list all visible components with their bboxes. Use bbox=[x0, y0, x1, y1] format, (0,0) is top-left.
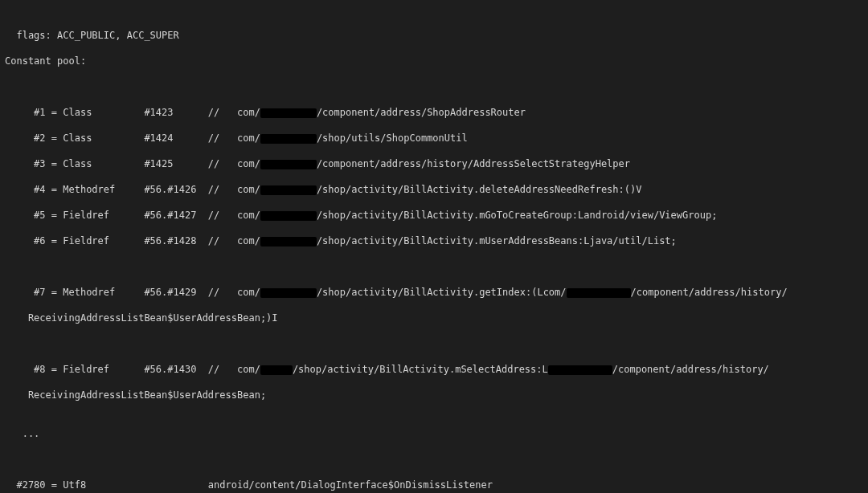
cp-row: #7=Methodref#56.#1429// com//shop/activi… bbox=[5, 286, 863, 299]
cp-row: #6=Fieldref#56.#1428// com//shop/activit… bbox=[5, 234, 863, 247]
cp-row: #2780=Utf8android/content/DialogInterfac… bbox=[5, 479, 863, 491]
redacted-text bbox=[260, 288, 317, 298]
cp-row: #1=Class#1423// com//component/address/S… bbox=[5, 106, 863, 119]
redacted-text bbox=[260, 237, 317, 246]
redacted-text bbox=[567, 288, 631, 298]
cp-row-wrap: ReceivingAddressListBean$UserAddressBean… bbox=[5, 312, 863, 324]
redacted-text bbox=[260, 365, 293, 375]
cp-row: #4=Methodref#56.#1426// com//shop/activi… bbox=[5, 183, 863, 196]
redacted-text bbox=[260, 211, 317, 221]
javap-output-viewport[interactable]: flags: ACC_PUBLIC, ACC_SUPER Constant po… bbox=[0, 0, 868, 493]
class-flags-line: flags: ACC_PUBLIC, ACC_SUPER bbox=[5, 29, 863, 42]
cp-ellipsis: ... bbox=[5, 427, 863, 440]
redacted-text bbox=[260, 160, 317, 169]
cp-row-wrap: ReceivingAddressListBean$UserAddressBean… bbox=[5, 389, 863, 401]
cp-row: #2=Class#1424// com//shop/utils/ShopComm… bbox=[5, 132, 863, 145]
cp-row: #3=Class#1425// com//component/address/h… bbox=[5, 157, 863, 170]
redacted-text bbox=[260, 108, 317, 118]
constant-pool-header: Constant pool: bbox=[5, 55, 863, 67]
redacted-text bbox=[260, 185, 317, 195]
redacted-text bbox=[260, 134, 317, 144]
cp-row: #8=Fieldref#56.#1430// com//shop/activit… bbox=[5, 363, 863, 376]
redacted-text bbox=[548, 365, 612, 375]
cp-row: #5=Fieldref#56.#1427// com//shop/activit… bbox=[5, 209, 863, 222]
